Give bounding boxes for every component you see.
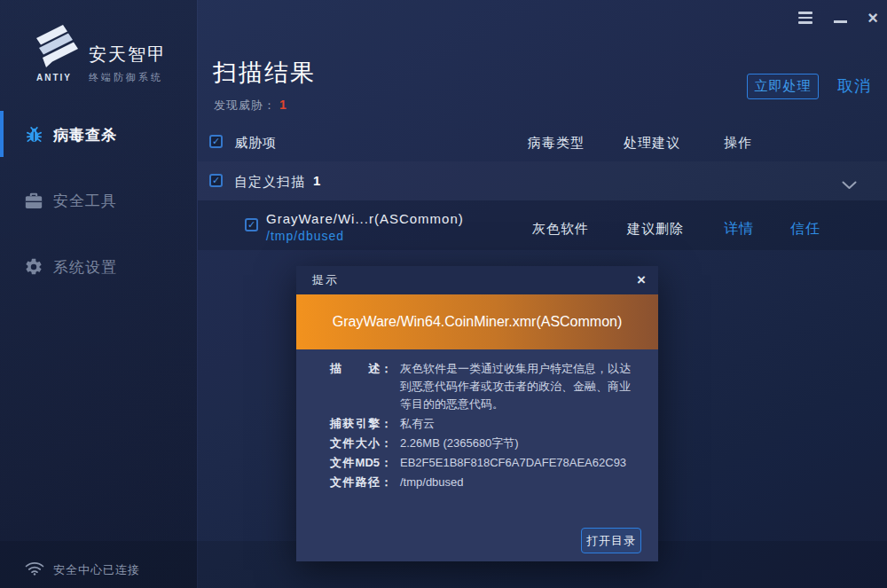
dialog-title: 提示	[312, 272, 339, 288]
sidebar-item-security-tools[interactable]: 安全工具	[0, 178, 197, 223]
dialog-fields: 描述： 灰色软件是一类通过收集用户特定信息，以达到恶意代码作者或攻击者的政治、金…	[330, 360, 635, 493]
window-controls: ×	[798, 8, 878, 27]
connection-status-label: 安全中心已连接	[53, 562, 140, 578]
threat-full-name: GrayWare/Win64.CoinMiner.xmr(ASCommon)	[333, 314, 623, 330]
sidebar-item-system-settings[interactable]: 系统设置	[0, 245, 197, 289]
bug-icon	[24, 125, 44, 145]
dialog-close-icon[interactable]: ×	[637, 271, 646, 289]
threat-suggestion: 建议删除	[627, 221, 684, 238]
app-window: × ANTIY 安天智甲 终端防御系统 病毒	[0, 0, 887, 588]
brand-logo-text: ANTIY	[27, 73, 81, 82]
sidebar-item-label: 病毒查杀	[53, 125, 117, 145]
group-label: 自定义扫描	[234, 174, 305, 191]
cancel-button[interactable]: 取消	[837, 75, 871, 97]
threat-detail-dialog: 提示 × GrayWare/Win64.CoinMiner.xmr(ASComm…	[296, 266, 658, 561]
gear-icon	[24, 257, 43, 277]
trust-link[interactable]: 信任	[790, 220, 820, 239]
brand-subtitle: 终端防御系统	[89, 71, 163, 84]
group-count: 1	[313, 173, 321, 188]
threat-banner: GrayWare/Win64.CoinMiner.xmr(ASCommon)	[296, 294, 658, 349]
field-description: 描述： 灰色软件是一类通过收集用户特定信息，以达到恶意代码作者或攻击者的政治、金…	[330, 360, 635, 413]
page-title: 扫描结果	[213, 57, 316, 89]
column-threat-item: 威胁项	[234, 135, 277, 152]
threat-type: 灰色软件	[532, 221, 589, 238]
briefcase-icon	[24, 192, 43, 210]
chevron-down-icon[interactable]	[842, 177, 857, 193]
sidebar-item-virus-scan[interactable]: 病毒查杀	[0, 113, 197, 157]
group-checkbox[interactable]: ✓	[209, 174, 223, 187]
menu-icon[interactable]	[798, 12, 812, 24]
threat-checkbox[interactable]: ✓	[245, 218, 258, 231]
connection-status: 安全中心已连接	[25, 561, 140, 579]
field-capture-engine: 捕获引擎： 私有云	[330, 415, 635, 433]
dialog-titlebar: 提示 ×	[296, 266, 658, 294]
brand-name: 安天智甲	[89, 43, 167, 67]
select-all-checkbox[interactable]: ✓	[209, 135, 223, 148]
column-suggestion: 处理建议	[624, 135, 680, 152]
antiy-logo-icon	[27, 23, 81, 74]
field-file-path: 文件路径： /tmp/dbused	[330, 474, 635, 491]
wifi-icon	[25, 561, 44, 579]
sidebar-panel	[0, 0, 197, 588]
field-file-md5: 文件MD5： EB2F5E1B8F818CF6A7DAFE78AEA62C93	[330, 454, 635, 472]
field-file-size: 文件大小： 2.26MB (2365680字节)	[330, 435, 635, 452]
sidebar-item-label: 系统设置	[53, 257, 117, 278]
threats-count: 1	[279, 98, 287, 112]
threat-name: GrayWare/Wi...r(ASCommon)	[266, 211, 464, 226]
open-directory-button[interactable]: 打开目录	[581, 528, 641, 553]
threat-path: /tmp/dbused	[266, 229, 344, 243]
window-close-icon[interactable]: ×	[867, 9, 878, 27]
sidebar-item-label: 安全工具	[53, 191, 117, 211]
minimize-icon[interactable]	[834, 20, 847, 23]
threats-found-line: 发现威胁：1	[214, 98, 287, 114]
threats-found-label: 发现威胁：	[214, 98, 276, 112]
column-virus-type: 病毒类型	[528, 135, 585, 152]
details-link[interactable]: 详情	[724, 220, 754, 239]
column-operation: 操作	[724, 135, 752, 152]
process-now-button[interactable]: 立即处理	[747, 74, 819, 99]
